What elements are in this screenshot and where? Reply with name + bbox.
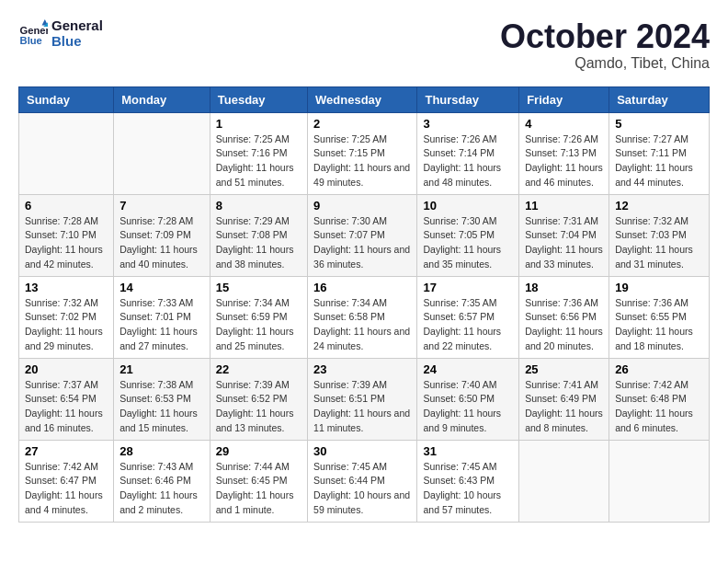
logo-icon: General Blue xyxy=(18,19,48,49)
day-number: 21 xyxy=(119,362,204,376)
calendar-cell: 25Sunrise: 7:41 AMSunset: 6:49 PMDayligh… xyxy=(519,358,609,440)
day-number: 24 xyxy=(423,362,513,376)
weekday-header-tuesday: Tuesday xyxy=(210,86,307,112)
logo-text-line1: General xyxy=(51,18,103,34)
day-number: 13 xyxy=(25,281,108,294)
weekday-header-monday: Monday xyxy=(114,86,210,112)
day-info: Sunrise: 7:34 AMSunset: 6:58 PMDaylight:… xyxy=(313,296,411,354)
day-number: 31 xyxy=(423,444,513,458)
day-number: 14 xyxy=(119,281,204,294)
day-number: 17 xyxy=(423,281,513,294)
day-number: 11 xyxy=(525,199,603,213)
day-number: 26 xyxy=(615,362,703,376)
calendar-cell: 24Sunrise: 7:40 AMSunset: 6:50 PMDayligh… xyxy=(417,358,519,440)
calendar-week-row: 6Sunrise: 7:28 AMSunset: 7:10 PMDaylight… xyxy=(19,194,710,276)
day-info: Sunrise: 7:35 AMSunset: 6:57 PMDaylight:… xyxy=(423,296,513,354)
logo: General Blue General Blue xyxy=(18,18,103,49)
day-info: Sunrise: 7:32 AMSunset: 7:03 PMDaylight:… xyxy=(615,214,703,272)
day-info: Sunrise: 7:45 AMSunset: 6:43 PMDaylight:… xyxy=(423,460,513,518)
day-number: 7 xyxy=(119,199,204,213)
day-number: 23 xyxy=(313,362,411,376)
calendar-cell: 11Sunrise: 7:31 AMSunset: 7:04 PMDayligh… xyxy=(519,194,609,276)
calendar-cell: 3Sunrise: 7:26 AMSunset: 7:14 PMDaylight… xyxy=(417,112,519,194)
day-info: Sunrise: 7:38 AMSunset: 6:53 PMDaylight:… xyxy=(119,378,204,436)
calendar-week-row: 13Sunrise: 7:32 AMSunset: 7:02 PMDayligh… xyxy=(19,276,710,358)
day-number: 9 xyxy=(313,199,411,213)
calendar-cell: 7Sunrise: 7:28 AMSunset: 7:09 PMDaylight… xyxy=(114,194,210,276)
logo-text-line2: Blue xyxy=(51,34,103,50)
day-info: Sunrise: 7:29 AMSunset: 7:08 PMDaylight:… xyxy=(216,214,301,272)
day-number: 10 xyxy=(423,199,513,213)
day-info: Sunrise: 7:26 AMSunset: 7:14 PMDaylight:… xyxy=(423,132,513,190)
calendar-cell: 15Sunrise: 7:34 AMSunset: 6:59 PMDayligh… xyxy=(210,276,307,358)
day-info: Sunrise: 7:44 AMSunset: 6:45 PMDaylight:… xyxy=(216,460,301,518)
calendar-cell: 5Sunrise: 7:27 AMSunset: 7:11 PMDaylight… xyxy=(609,112,710,194)
day-info: Sunrise: 7:30 AMSunset: 7:07 PMDaylight:… xyxy=(313,214,411,272)
weekday-header-thursday: Thursday xyxy=(417,86,519,112)
calendar-cell: 16Sunrise: 7:34 AMSunset: 6:58 PMDayligh… xyxy=(308,276,417,358)
calendar-cell: 13Sunrise: 7:32 AMSunset: 7:02 PMDayligh… xyxy=(19,276,114,358)
calendar-cell xyxy=(519,440,609,522)
day-number: 27 xyxy=(25,444,108,458)
day-info: Sunrise: 7:40 AMSunset: 6:50 PMDaylight:… xyxy=(423,378,513,436)
weekday-header-friday: Friday xyxy=(519,86,609,112)
calendar-cell: 23Sunrise: 7:39 AMSunset: 6:51 PMDayligh… xyxy=(308,358,417,440)
day-info: Sunrise: 7:41 AMSunset: 6:49 PMDaylight:… xyxy=(525,378,603,436)
day-info: Sunrise: 7:32 AMSunset: 7:02 PMDaylight:… xyxy=(25,296,108,354)
day-number: 6 xyxy=(25,199,108,213)
day-number: 1 xyxy=(216,117,301,131)
day-info: Sunrise: 7:43 AMSunset: 6:46 PMDaylight:… xyxy=(119,460,204,518)
calendar-cell: 2Sunrise: 7:25 AMSunset: 7:15 PMDaylight… xyxy=(308,112,417,194)
day-info: Sunrise: 7:36 AMSunset: 6:55 PMDaylight:… xyxy=(615,296,703,354)
day-number: 16 xyxy=(313,281,411,294)
day-info: Sunrise: 7:30 AMSunset: 7:05 PMDaylight:… xyxy=(423,214,513,272)
calendar-table: SundayMondayTuesdayWednesdayThursdayFrid… xyxy=(18,86,710,523)
calendar-cell: 17Sunrise: 7:35 AMSunset: 6:57 PMDayligh… xyxy=(417,276,519,358)
day-number: 15 xyxy=(216,281,301,294)
day-info: Sunrise: 7:31 AMSunset: 7:04 PMDaylight:… xyxy=(525,214,603,272)
location: Qamdo, Tibet, China xyxy=(500,55,710,72)
calendar-cell: 8Sunrise: 7:29 AMSunset: 7:08 PMDaylight… xyxy=(210,194,307,276)
day-info: Sunrise: 7:26 AMSunset: 7:13 PMDaylight:… xyxy=(525,132,603,190)
calendar-cell: 20Sunrise: 7:37 AMSunset: 6:54 PMDayligh… xyxy=(19,358,114,440)
calendar-cell: 14Sunrise: 7:33 AMSunset: 7:01 PMDayligh… xyxy=(114,276,210,358)
calendar-cell: 29Sunrise: 7:44 AMSunset: 6:45 PMDayligh… xyxy=(210,440,307,522)
weekday-header-row: SundayMondayTuesdayWednesdayThursdayFrid… xyxy=(19,86,710,112)
calendar-cell: 19Sunrise: 7:36 AMSunset: 6:55 PMDayligh… xyxy=(609,276,710,358)
day-info: Sunrise: 7:25 AMSunset: 7:15 PMDaylight:… xyxy=(313,132,411,190)
day-number: 5 xyxy=(615,117,703,131)
calendar-week-row: 27Sunrise: 7:42 AMSunset: 6:47 PMDayligh… xyxy=(19,440,710,522)
day-number: 3 xyxy=(423,117,513,131)
calendar-cell: 31Sunrise: 7:45 AMSunset: 6:43 PMDayligh… xyxy=(417,440,519,522)
day-info: Sunrise: 7:28 AMSunset: 7:10 PMDaylight:… xyxy=(25,214,108,272)
calendar-cell: 28Sunrise: 7:43 AMSunset: 6:46 PMDayligh… xyxy=(114,440,210,522)
page-header: General Blue General Blue October 2024 Q… xyxy=(18,18,710,72)
day-info: Sunrise: 7:27 AMSunset: 7:11 PMDaylight:… xyxy=(615,132,703,190)
calendar-cell: 6Sunrise: 7:28 AMSunset: 7:10 PMDaylight… xyxy=(19,194,114,276)
calendar-cell: 26Sunrise: 7:42 AMSunset: 6:48 PMDayligh… xyxy=(609,358,710,440)
calendar-cell: 27Sunrise: 7:42 AMSunset: 6:47 PMDayligh… xyxy=(19,440,114,522)
calendar-cell xyxy=(609,440,710,522)
day-number: 25 xyxy=(525,362,603,376)
day-info: Sunrise: 7:37 AMSunset: 6:54 PMDaylight:… xyxy=(25,378,108,436)
day-info: Sunrise: 7:42 AMSunset: 6:47 PMDaylight:… xyxy=(25,460,108,518)
day-info: Sunrise: 7:36 AMSunset: 6:56 PMDaylight:… xyxy=(525,296,603,354)
calendar-week-row: 20Sunrise: 7:37 AMSunset: 6:54 PMDayligh… xyxy=(19,358,710,440)
day-number: 20 xyxy=(25,362,108,376)
day-number: 4 xyxy=(525,117,603,131)
calendar-cell xyxy=(19,112,114,194)
day-number: 28 xyxy=(119,444,204,458)
title-section: October 2024 Qamdo, Tibet, China xyxy=(500,18,710,72)
weekday-header-sunday: Sunday xyxy=(19,86,114,112)
calendar-cell: 21Sunrise: 7:38 AMSunset: 6:53 PMDayligh… xyxy=(114,358,210,440)
day-info: Sunrise: 7:25 AMSunset: 7:16 PMDaylight:… xyxy=(216,132,301,190)
calendar-cell: 10Sunrise: 7:30 AMSunset: 7:05 PMDayligh… xyxy=(417,194,519,276)
calendar-cell: 9Sunrise: 7:30 AMSunset: 7:07 PMDaylight… xyxy=(308,194,417,276)
day-info: Sunrise: 7:28 AMSunset: 7:09 PMDaylight:… xyxy=(119,214,204,272)
day-number: 29 xyxy=(216,444,301,458)
day-number: 18 xyxy=(525,281,603,294)
day-number: 8 xyxy=(216,199,301,213)
calendar-cell xyxy=(114,112,210,194)
day-info: Sunrise: 7:42 AMSunset: 6:48 PMDaylight:… xyxy=(615,378,703,436)
day-number: 22 xyxy=(216,362,301,376)
